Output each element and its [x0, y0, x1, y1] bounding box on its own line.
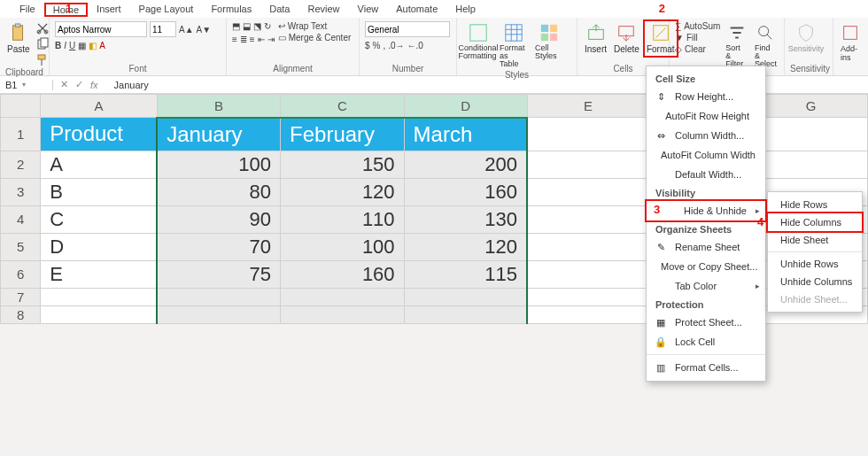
row-hdr[interactable]: 3 — [1, 178, 41, 205]
cell[interactable] — [527, 260, 649, 288]
cell[interactable] — [755, 118, 868, 151]
menu-protect-sheet[interactable]: ▦Protect Sheet... — [647, 313, 765, 332]
number-format-select[interactable] — [365, 21, 450, 37]
cell[interactable]: 70 — [157, 233, 280, 260]
menu-tab-color[interactable]: Tab Color▸ — [647, 276, 765, 296]
cell[interactable] — [527, 151, 649, 178]
cell[interactable] — [527, 205, 649, 233]
row-hdr[interactable]: 4 — [1, 205, 41, 233]
bold-button[interactable]: B — [55, 41, 61, 50]
percent-icon[interactable]: % — [373, 41, 381, 50]
fill-button[interactable]: ▼Fill — [675, 33, 720, 43]
menu-automate[interactable]: Automate — [387, 2, 446, 16]
row-hdr[interactable]: 5 — [1, 233, 41, 260]
font-size-input[interactable] — [150, 21, 176, 37]
merge-center-button[interactable]: ▭Merge & Center — [278, 33, 352, 43]
cell[interactable] — [527, 178, 649, 205]
menu-review[interactable]: Review — [298, 2, 348, 16]
cell[interactable]: 75 — [157, 260, 280, 288]
cell[interactable]: 90 — [157, 205, 280, 233]
cell[interactable]: D — [41, 233, 157, 260]
inc-decimal-icon[interactable]: .0→ — [388, 41, 404, 50]
menu-move-copy[interactable]: Move or Copy Sheet... — [647, 257, 765, 276]
format-cells-button[interactable]: Format — [645, 21, 677, 56]
menu-format-cells[interactable]: ▥Format Cells... — [647, 358, 765, 377]
menu-help[interactable]: Help — [446, 2, 484, 16]
cell[interactable] — [41, 288, 157, 305]
cell[interactable]: 150 — [281, 151, 405, 178]
sort-filter-button[interactable]: Sort & Filter — [724, 21, 749, 70]
clear-button[interactable]: ◇Clear — [675, 44, 720, 54]
cell[interactable] — [404, 288, 527, 305]
align-right-icon[interactable]: ≡ — [250, 35, 255, 44]
paste-button[interactable]: Paste — [5, 21, 32, 56]
menu-default-width[interactable]: Default Width... — [647, 165, 765, 184]
cell[interactable] — [41, 305, 157, 323]
colhdr-B[interactable]: B — [157, 95, 280, 118]
italic-button[interactable]: I — [64, 41, 66, 50]
accounting-icon[interactable]: $ — [365, 41, 370, 50]
insert-cells-button[interactable]: Insert — [583, 21, 608, 56]
colhdr-D[interactable]: D — [404, 95, 527, 118]
cell[interactable]: 115 — [404, 260, 527, 288]
menu-file[interactable]: File — [11, 2, 44, 16]
decrease-font-icon[interactable]: A▼ — [197, 25, 212, 35]
submenu-hide-sheet[interactable]: Hide Sheet — [768, 231, 862, 249]
align-center-icon[interactable]: ≣ — [240, 35, 247, 44]
menu-rename-sheet[interactable]: ✎Rename Sheet — [647, 237, 765, 257]
row-hdr[interactable]: 2 — [1, 151, 41, 178]
autosum-button[interactable]: ∑AutoSum — [675, 21, 720, 31]
cell[interactable]: 200 — [404, 151, 527, 178]
cell[interactable]: 110 — [281, 205, 405, 233]
menu-data[interactable]: Data — [260, 2, 298, 16]
enter-formula-icon[interactable]: ✓ — [75, 79, 83, 90]
cell[interactable]: 100 — [157, 151, 280, 178]
menu-formulas[interactable]: Formulas — [202, 2, 260, 16]
cell[interactable]: January — [157, 118, 280, 151]
cell[interactable] — [281, 288, 405, 305]
cell-styles-button[interactable]: Cell Styles — [533, 21, 565, 62]
submenu-unhide-rows[interactable]: Unhide Rows — [768, 255, 862, 273]
align-middle-icon[interactable]: ⬓ — [243, 21, 251, 31]
menu-view[interactable]: View — [349, 2, 388, 16]
colhdr-C[interactable]: C — [281, 95, 405, 118]
increase-font-icon[interactable]: A▲ — [179, 25, 194, 35]
cell[interactable] — [527, 305, 649, 323]
find-select-button[interactable]: Find & Select — [753, 21, 779, 70]
cell[interactable]: E — [41, 260, 157, 288]
indent-dec-icon[interactable]: ⇤ — [258, 35, 265, 44]
name-box[interactable]: B1▾ — [0, 80, 53, 90]
addins-button[interactable]: Add-ins — [839, 21, 862, 64]
align-bottom-icon[interactable]: ⬔ — [253, 21, 261, 31]
format-painter-icon[interactable] — [35, 53, 50, 67]
row-hdr[interactable]: 6 — [1, 260, 41, 288]
comma-icon[interactable]: , — [383, 41, 385, 50]
cell[interactable] — [157, 288, 280, 305]
sensitivity-button[interactable]: Sensitivity — [790, 21, 822, 55]
underline-button[interactable]: U — [69, 41, 75, 50]
submenu-hide-rows[interactable]: Hide Rows — [768, 196, 862, 213]
colhdr-A[interactable]: A — [41, 95, 157, 118]
cell[interactable]: 160 — [281, 260, 405, 288]
orientation-icon[interactable]: ↻ — [264, 21, 271, 31]
menu-autofit-row[interactable]: AutoFit Row Height — [647, 106, 765, 126]
cell[interactable]: C — [41, 205, 157, 233]
formula-value[interactable]: January — [105, 80, 149, 90]
conditional-formatting-button[interactable]: Conditional Formatting — [462, 21, 494, 62]
cut-icon[interactable] — [35, 21, 50, 35]
cancel-formula-icon[interactable]: ✕ — [60, 79, 68, 90]
cell[interactable]: March — [404, 118, 527, 151]
menu-autofit-col[interactable]: AutoFit Column Width — [647, 145, 765, 165]
row-hdr[interactable]: 8 — [1, 305, 41, 323]
fill-color-button[interactable]: ◧ — [89, 41, 97, 50]
cell[interactable]: Product — [41, 118, 157, 151]
colhdr-G[interactable]: G — [755, 95, 868, 118]
cell[interactable] — [527, 233, 649, 260]
format-as-table-button[interactable]: Format as Table — [498, 21, 530, 70]
cell[interactable]: 80 — [157, 178, 280, 205]
align-left-icon[interactable]: ≡ — [232, 35, 237, 44]
dec-decimal-icon[interactable]: ←.0 — [407, 41, 423, 50]
cell[interactable]: 120 — [404, 233, 527, 260]
wrap-text-button[interactable]: ↩Wrap Text — [278, 21, 352, 31]
menu-row-height[interactable]: ⇕Row Height... — [647, 87, 765, 106]
